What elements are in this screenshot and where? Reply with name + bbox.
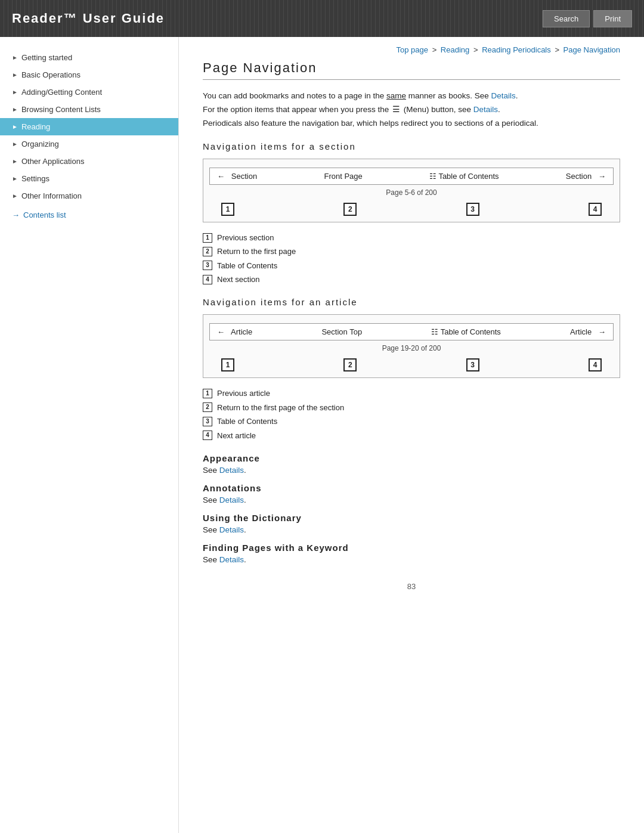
sidebar-item-getting-started[interactable]: ► Getting started [0, 49, 178, 66]
sidebar-item-label: Other Applications [21, 157, 85, 166]
sub-section-dictionary: Using the Dictionary See Details. [203, 513, 620, 534]
search-button[interactable]: Search [543, 10, 590, 27]
sidebar-item-reading[interactable]: ► Reading [0, 118, 178, 135]
arrow-icon: ► [12, 175, 18, 182]
print-button[interactable]: Print [593, 10, 632, 27]
keyword-text: See Details. [203, 555, 620, 564]
sidebar: ► Getting started ► Basic Operations ► A… [0, 37, 179, 833]
section1-heading: Navigation items for a section [203, 141, 620, 151]
arrow-icon: ► [12, 54, 18, 61]
arrow-icon: ► [12, 106, 18, 113]
legend-num-a4: 4 [203, 431, 212, 440]
legend-item: 3 Table of Contents [203, 414, 620, 428]
legend-num-2: 2 [203, 247, 212, 256]
annotations-text: See Details. [203, 496, 620, 504]
legend-item: 2 Return to the first page [203, 244, 620, 258]
legend-num-1: 1 [203, 233, 212, 243]
nav-toc-section: ☷ Table of Contents [429, 172, 499, 181]
nav-bar-article: ← Article Section Top ☷ Table of Content… [209, 323, 614, 340]
sidebar-item-settings[interactable]: ► Settings [0, 170, 178, 187]
sidebar-item-adding-content[interactable]: ► Adding/Getting Content [0, 83, 178, 101]
legend-num-a3: 3 [203, 417, 212, 426]
nav-numbers-section: 1 2 3 4 [209, 203, 614, 216]
breadcrumb-reading[interactable]: Reading [441, 45, 469, 54]
keyword-details-link[interactable]: Details [219, 555, 244, 564]
nav-num-1: 1 [221, 203, 234, 216]
sidebar-item-label: Other Information [21, 191, 82, 200]
details-link-1[interactable]: Details [491, 91, 516, 100]
breadcrumb-periodicals[interactable]: Reading Periodicals [482, 45, 551, 54]
legend-num-4: 4 [203, 275, 212, 284]
nav-num-4: 4 [589, 203, 602, 216]
appearance-heading: Appearance [203, 453, 620, 463]
layout: ► Getting started ► Basic Operations ► A… [0, 37, 644, 833]
page-number: 83 [203, 582, 620, 591]
legend-section: 1 Previous section 2 Return to the first… [203, 231, 620, 287]
nav-num-a2: 2 [343, 358, 357, 371]
arrow-icon: ► [12, 158, 18, 165]
dictionary-details-link[interactable]: Details [219, 525, 244, 534]
page-title-section: Page Navigation [203, 60, 620, 80]
appearance-details-link[interactable]: Details [219, 466, 244, 475]
annotations-heading: Annotations [203, 483, 620, 493]
nav-next-section: Section → [566, 172, 606, 181]
nav-num-a4: 4 [589, 358, 602, 371]
breadcrumb: Top page > Reading > Reading Periodicals… [203, 37, 620, 60]
sidebar-item-label: Basic Operations [21, 70, 80, 79]
main-content: Top page > Reading > Reading Periodicals… [179, 37, 644, 833]
arrow-icon: ► [12, 141, 18, 147]
header: Reader™ User Guide Search Print [0, 0, 644, 37]
sub-section-keyword: Finding Pages with a Keyword See Details… [203, 543, 620, 564]
menu-icon: ☰ [392, 103, 400, 117]
page-title: Page Navigation [203, 60, 620, 76]
nav-prev-section: ← Section [217, 172, 257, 181]
sidebar-item-basic-operations[interactable]: ► Basic Operations [0, 66, 178, 83]
nav-num-2: 2 [343, 203, 357, 216]
nav-num-3: 3 [466, 203, 479, 216]
appearance-text: See Details. [203, 466, 620, 475]
nav-next-article: Article → [570, 327, 606, 336]
nav-toc-article: ☷ Table of Contents [431, 327, 501, 336]
sidebar-item-organizing[interactable]: ► Organizing [0, 135, 178, 153]
breadcrumb-page-nav[interactable]: Page Navigation [564, 45, 620, 54]
legend-num-a2: 2 [203, 402, 212, 412]
nav-section-top: Section Top [321, 327, 362, 336]
sub-section-appearance: Appearance See Details. [203, 453, 620, 475]
section2-heading: Navigation items for an article [203, 297, 620, 307]
nav-page-label-article: Page 19-20 of 200 [209, 344, 614, 352]
arrow-icon: ► [12, 123, 18, 130]
intro-text: You can add bookmarks and notes to a pag… [203, 89, 620, 131]
sidebar-item-browsing-content[interactable]: ► Browsing Content Lists [0, 101, 178, 118]
legend-item: 1 Previous article [203, 386, 620, 400]
nav-diagram-article: ← Article Section Top ☷ Table of Content… [203, 314, 620, 378]
sidebar-item-other-applications[interactable]: ► Other Applications [0, 153, 178, 170]
header-buttons: Search Print [543, 10, 632, 27]
sidebar-item-label: Reading [21, 122, 50, 131]
breadcrumb-top[interactable]: Top page [397, 45, 429, 54]
intro-line-1: You can add bookmarks and notes to a pag… [203, 89, 620, 103]
contents-list-link[interactable]: → Contents list [0, 205, 178, 225]
app-title: Reader™ User Guide [12, 11, 165, 26]
sidebar-item-other-information[interactable]: ► Other Information [0, 187, 178, 205]
nav-front-page: Front Page [324, 172, 362, 181]
sidebar-item-label: Organizing [21, 140, 59, 148]
sub-section-annotations: Annotations See Details. [203, 483, 620, 504]
legend-item: 4 Next section [203, 272, 620, 286]
arrow-icon: ► [12, 89, 18, 95]
legend-item: 4 Next article [203, 429, 620, 442]
nav-diagram-section: ← Section Front Page ☷ Table of Contents… [203, 159, 620, 222]
nav-num-a1: 1 [221, 358, 234, 371]
keyword-heading: Finding Pages with a Keyword [203, 543, 620, 553]
legend-item: 1 Previous section [203, 231, 620, 244]
legend-item: 3 Table of Contents [203, 259, 620, 272]
legend-num-3: 3 [203, 261, 212, 270]
intro-line-3: Periodicals also feature the navigation … [203, 117, 620, 131]
details-link-2[interactable]: Details [473, 105, 498, 114]
legend-num-a1: 1 [203, 389, 212, 398]
legend-article: 1 Previous article 2 Return to the first… [203, 386, 620, 442]
legend-item: 2 Return to the first page of the sectio… [203, 401, 620, 414]
annotations-details-link[interactable]: Details [219, 496, 244, 504]
nav-page-label-section: Page 5-6 of 200 [209, 188, 614, 197]
sidebar-item-label: Settings [21, 174, 49, 183]
arrow-icon: ► [12, 193, 18, 199]
